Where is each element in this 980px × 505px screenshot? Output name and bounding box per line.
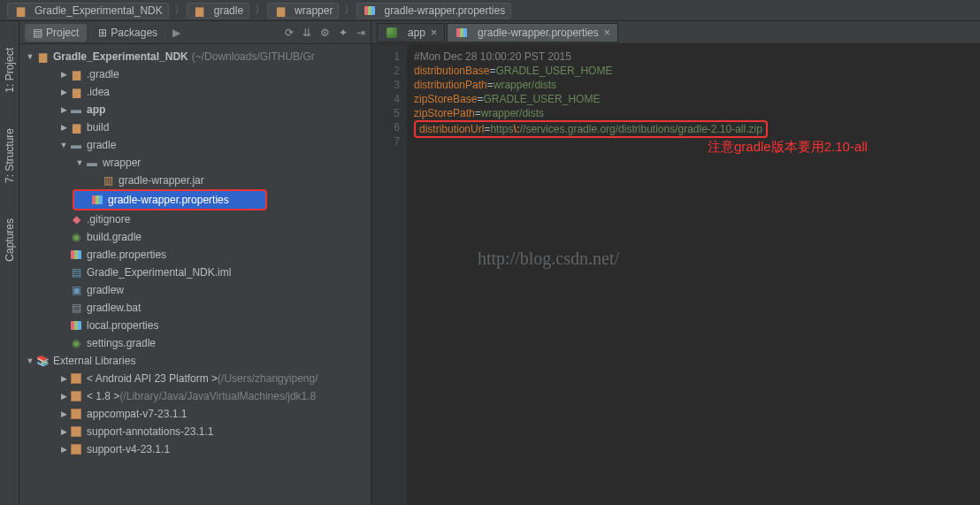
tree-row[interactable]: ◆.gitignore (19, 210, 371, 228)
app-icon (385, 27, 399, 39)
tree-row[interactable]: ◉build.gradle (19, 228, 371, 246)
tree-label: < Android API 23 Platform > (87, 372, 218, 385)
tree-row[interactable]: ▼▬gradle (19, 136, 371, 154)
settings-gear-icon[interactable]: ⚙ (320, 27, 330, 39)
breadcrumb-item-wrapper[interactable]: ▆wrapper (267, 3, 339, 19)
tree-row[interactable]: gradle.properties (19, 246, 371, 264)
tree-row[interactable]: ◉settings.gradle (19, 334, 371, 352)
editor-tab-properties[interactable]: gradle-wrapper.properties× (447, 23, 618, 42)
library-group-icon: 📚 (35, 355, 50, 367)
tree-row[interactable]: ▶▆build (19, 119, 371, 136)
tree-row[interactable]: ▤Gradle_Experimental_NDK.iml (19, 264, 371, 281)
code-editor[interactable]: 1234567 #Mon Dec 28 10:00:20 PST 2015 di… (371, 44, 980, 505)
breadcrumb-item-gradle[interactable]: ▆gradle (187, 3, 249, 19)
tree-row[interactable]: ▶support-annotations-23.1.1 (19, 423, 371, 440)
project-view-tab[interactable]: ▤Project (25, 24, 87, 42)
tree-row[interactable]: local.properties (19, 317, 371, 334)
tree-hint: (/Library/Java/JavaVirtualMachines/jdk1.… (119, 390, 316, 402)
properties-icon (363, 4, 377, 17)
sidebar-tool-captures[interactable]: Captures (4, 218, 16, 262)
expand-arrow-icon[interactable]: ▶ (58, 88, 69, 96)
code-comment: #Mon Dec 28 10:00:20 PST 2015 (414, 50, 571, 63)
annotation-text: 注意gradle版本要用2.10-all (708, 140, 868, 154)
project-icon: ▤ (33, 27, 42, 39)
breadcrumb-bar: ▆Gradle_Experimental_NDK 〉 ▆gradle 〉 ▆wr… (0, 0, 980, 21)
packages-icon: ⊞ (98, 27, 107, 39)
project-panel-tabs: ▤Project ⊞Packages ▶ ⟳ ⇊ ⚙ ✦ ⇥ (19, 21, 371, 44)
folder-open-icon: ▬ (69, 139, 83, 151)
tree-label: app (87, 103, 105, 116)
expand-arrow-icon[interactable]: ▶ (58, 374, 69, 383)
tree-row[interactable]: ▶▬app (19, 101, 371, 119)
tree-row[interactable]: ▼▬wrapper (19, 154, 371, 172)
tree-row[interactable]: ▶appcompat-v7-23.1.1 (19, 405, 371, 423)
breadcrumb-item-file[interactable]: gradle-wrapper.properties (356, 3, 511, 19)
line-gutter: 1234567 (371, 44, 407, 505)
properties-icon (69, 319, 83, 332)
sidebar-tool-structure[interactable]: 7: Structure (4, 128, 16, 183)
tree-row[interactable]: ▥gradle-wrapper.jar (19, 172, 371, 189)
watermark-text: http://blog.csdn.net/ (478, 251, 619, 265)
tree-label: .gitignore (87, 213, 130, 226)
close-icon[interactable]: × (604, 27, 610, 39)
tree-row[interactable]: ▶support-v4-23.1.1 (19, 440, 371, 458)
external-libraries-node[interactable]: ▼ 📚 External Libraries (19, 352, 371, 370)
packages-view-tab[interactable]: ⊞Packages (90, 24, 165, 42)
expand-arrow-icon[interactable]: ▶ (58, 392, 69, 401)
expand-arrow-icon[interactable]: ▶ (58, 427, 69, 436)
folder-icon: ▆ (13, 4, 27, 17)
expand-arrow-icon[interactable]: ▼ (25, 356, 35, 365)
folder-icon: ▆ (193, 4, 207, 17)
tree-row[interactable]: ▶▆.idea (19, 83, 371, 101)
properties-icon (90, 194, 104, 206)
tree-row[interactable]: ▶< Android API 23 Platform > (/Users/zha… (19, 370, 371, 387)
library-icon (69, 372, 83, 385)
tree-label: gradle-wrapper.properties (108, 194, 229, 206)
tree-label: build.gradle (87, 231, 142, 243)
folder-closed-icon: ▆ (69, 121, 83, 134)
tree-row[interactable]: ▣gradlew (19, 281, 371, 299)
tree-label: External Libraries (53, 355, 135, 367)
tree-row[interactable]: gradle-wrapper.properties (73, 189, 267, 210)
tree-label: gradle.properties (87, 249, 166, 261)
expand-arrow-icon[interactable]: ▶ (58, 123, 69, 132)
expand-arrow-icon[interactable]: ▼ (74, 158, 85, 167)
expand-arrow-icon[interactable]: ▼ (58, 141, 69, 149)
tool-window-strip: 1: Project 7: Structure Captures (0, 21, 19, 505)
close-icon[interactable]: × (431, 27, 437, 39)
tree-root[interactable]: ▼ ▆ Gradle_Experimental_NDK (~/Downloads… (19, 48, 371, 65)
autoscroll-icon[interactable]: ✦ (339, 27, 348, 39)
tree-label: .gradle (87, 68, 119, 80)
editor-tab-app[interactable]: app× (377, 23, 445, 42)
expand-arrow-icon[interactable]: ▼ (25, 52, 35, 61)
breadcrumb-item-root[interactable]: ▆Gradle_Experimental_NDK (7, 3, 169, 19)
shell-icon: ▣ (69, 284, 83, 296)
tree-hint: (~/Downloads/GITHUB/Gr (192, 50, 315, 63)
folder-open-icon: ▬ (85, 157, 99, 169)
folder-closed-icon: ▆ (69, 68, 83, 80)
expand-arrow-icon[interactable]: ▶ (58, 409, 69, 418)
gitignore-icon: ◆ (69, 213, 83, 226)
code-content[interactable]: #Mon Dec 28 10:00:20 PST 2015 distributi… (407, 44, 980, 505)
gradle-icon: ◉ (69, 231, 83, 243)
tree-hint: (/Users/zhangyipeng/ (218, 372, 318, 385)
hide-icon[interactable]: ⇥ (356, 27, 365, 39)
module-icon: ▆ (35, 50, 50, 63)
project-tree[interactable]: ▼ ▆ Gradle_Experimental_NDK (~/Downloads… (19, 44, 371, 505)
tree-row[interactable]: ▤gradlew.bat (19, 299, 371, 317)
collapse-all-icon[interactable]: ⇊ (302, 27, 311, 39)
tree-label: support-v4-23.1.1 (87, 443, 170, 455)
tree-row[interactable]: ▶▆.gradle (19, 65, 371, 83)
text-file-icon: ▤ (69, 302, 83, 314)
library-icon (69, 390, 83, 402)
expand-arrow-icon[interactable]: ▶ (58, 105, 69, 114)
tree-row[interactable]: ▶< 1.8 > (/Library/Java/JavaVirtualMachi… (19, 387, 371, 405)
sidebar-tool-project[interactable]: 1: Project (4, 48, 16, 93)
expand-arrow-icon[interactable]: ▶ (58, 70, 69, 79)
view-dropdown-arrow[interactable]: ▶ (172, 27, 180, 39)
tree-label: build (87, 121, 109, 134)
expand-arrow-icon[interactable]: ▶ (58, 445, 69, 454)
tree-label: Gradle_Experimental_NDK.iml (87, 266, 231, 279)
library-icon (69, 408, 83, 420)
scroll-to-source-icon[interactable]: ⟳ (285, 27, 294, 39)
